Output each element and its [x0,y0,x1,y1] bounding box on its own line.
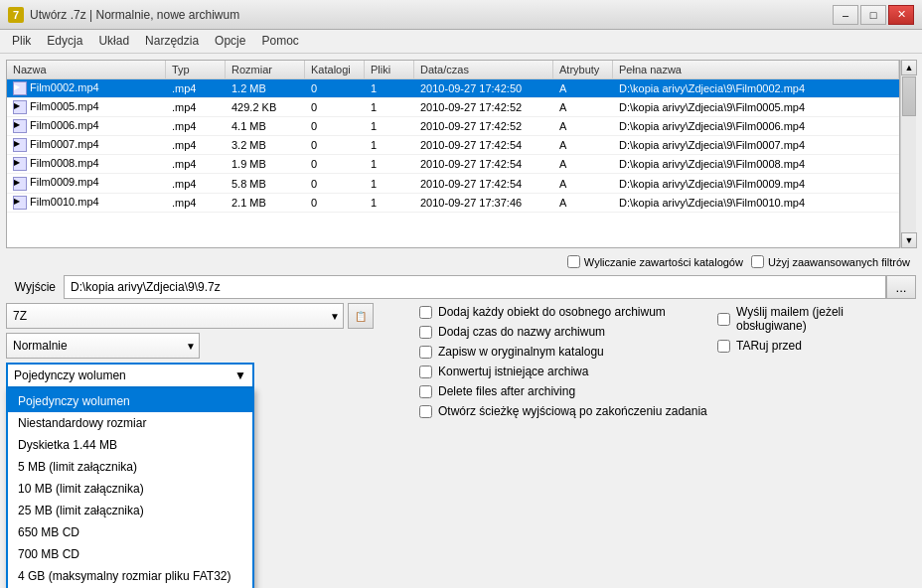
col-atrybuty: Atrybuty [553,61,613,78]
delete-files-label: Delete files after archiving [438,384,575,398]
scroll-track[interactable] [901,75,916,232]
menu-narzedzia[interactable]: Narzędzia [137,32,207,51]
left-panel: 7ZZIPTAR ▼ 📋 NormalnieBez kompresjiUltra… [6,303,374,388]
col-typ: Typ [166,61,226,78]
table-row[interactable]: ▶Film0005.mp4 .mp4 429.2 KB 0 1 2010-09-… [7,98,899,117]
col-nazwa: Nazwa [7,61,166,78]
copy-button[interactable]: 📋 [348,303,374,329]
file-list-wrapper: Nazwa Typ Rozmiar Katalogi Pliki Data/cz… [6,60,916,248]
convert-label: Konwertuj istniejące archiwa [438,365,588,378]
convert-row[interactable]: Konwertuj istniejące archiwa [419,363,709,380]
volume-option[interactable]: Pojedynczy wolumen [8,390,252,412]
menu-bar: Plik Edycja Układ Narzędzia Opcje Pomoc [0,30,922,54]
add-each-label: Dodaj każdy obiekt do osobnego archiwum [438,305,666,319]
advanced-filter-label: Użyj zaawansowanych filtrów [768,256,910,268]
calc-contents-check[interactable]: Wyliczanie zawartości katalogów [567,255,743,268]
advanced-filter-checkbox[interactable] [751,255,764,268]
col-pliki: Pliki [365,61,414,78]
output-path-input[interactable] [64,275,886,299]
send-email-label: Wyślij mailem (jeżeli obsługiwane) [736,305,916,333]
col-data: Data/czas [414,61,553,78]
file-list-header: Nazwa Typ Rozmiar Katalogi Pliki Data/cz… [7,61,899,79]
file-icon: ▶ [13,138,27,152]
file-icon: ▶ [13,81,27,95]
volume-option[interactable]: 10 MB (limit załącznika) [8,478,252,500]
advanced-filter-check[interactable]: Użyj zaawansowanych filtrów [751,255,910,268]
volume-option[interactable]: Niestandardowy rozmiar [8,412,252,434]
minimize-button[interactable]: – [833,5,858,25]
browse-button[interactable]: ... [886,275,916,299]
filter-row: Wyliczanie zawartości katalogów Użyj zaa… [6,252,916,271]
menu-uklad[interactable]: Układ [90,32,137,51]
file-icon: ▶ [13,119,27,133]
file-list-body[interactable]: ▶Film0002.mp4 .mp4 1.2 MB 0 1 2010-09-27… [7,79,899,238]
file-icon: ▶ [13,157,27,171]
level-select[interactable]: NormalnieBez kompresjiUltra [6,333,200,359]
menu-plik[interactable]: Plik [4,32,39,51]
calc-contents-checkbox[interactable] [567,255,580,268]
volume-option[interactable]: 4 GB (maksymalny rozmiar pliku FAT32) [8,565,252,587]
menu-opcje[interactable]: Opcje [207,32,253,51]
scroll-up[interactable]: ▲ [901,60,917,75]
save-original-row[interactable]: Zapisw w oryginalnym katalogu [419,343,709,361]
output-row: Wyjście ... [6,275,916,299]
col-pelna: Pełna nazwa [613,61,899,78]
add-time-row[interactable]: Dodaj czas do nazwy archiwum [419,323,709,341]
scroll-thumb[interactable] [902,76,916,116]
volume-option[interactable]: 5 MB (limit załącznika) [8,456,252,478]
send-email-checkbox[interactable] [717,313,730,326]
table-row[interactable]: ▶Film0007.mp4 .mp4 3.2 MB 0 1 2010-09-27… [7,136,899,155]
send-email-row[interactable]: Wyślij mailem (jeżeli obsługiwane) [717,303,916,335]
file-list-panel: Nazwa Typ Rozmiar Katalogi Pliki Data/cz… [6,60,900,248]
calc-contents-label: Wyliczanie zawartości katalogów [584,256,743,268]
tar-before-checkbox[interactable] [717,340,730,353]
convert-checkbox[interactable] [419,366,432,378]
title-bar: Utwórz .7z | Normalnie, nowe archiwum – … [0,0,922,30]
app-icon [8,7,24,23]
options-row: 7ZZIPTAR ▼ 📋 NormalnieBez kompresjiUltra… [6,303,916,420]
file-icon: ▶ [13,196,27,210]
volume-option[interactable]: 25 MB (limit załącznika) [8,500,252,521]
col-rozmiar: Rozmiar [226,61,305,78]
menu-pomoc[interactable]: Pomoc [253,32,306,51]
scrollbar[interactable]: ▲ ▼ [900,60,916,248]
volume-selected-label: Pojedynczy wolumen [14,368,126,382]
volume-dropdown[interactable]: Pojedynczy wolumenNiestandardowy rozmiar… [6,388,254,588]
right-checks-panel: Dodaj każdy obiekt do osobnego archiwum … [419,303,709,420]
open-path-row[interactable]: Otwórz ścieżkę wyjściową po zakończeniu … [419,402,709,420]
window-title: Utwórz .7z | Normalnie, nowe archiwum [30,8,239,22]
close-button[interactable]: ✕ [888,5,914,25]
save-original-checkbox[interactable] [419,346,432,359]
table-row[interactable]: ▶Film0002.mp4 .mp4 1.2 MB 0 1 2010-09-27… [7,79,899,98]
volume-select-display[interactable]: Pojedynczy wolumen ▼ [6,363,254,388]
volume-option[interactable]: 700 MB CD [8,543,252,565]
table-row[interactable]: ▶Film0006.mp4 .mp4 4.1 MB 0 1 2010-09-27… [7,117,899,136]
scroll-down[interactable]: ▼ [901,232,917,248]
save-original-label: Zapisw w oryginalnym katalogu [438,345,604,359]
center-panel [382,303,411,307]
menu-edycja[interactable]: Edycja [39,32,90,51]
table-row[interactable]: ▶Film0010.mp4 .mp4 2.1 MB 0 1 2010-09-27… [7,194,899,213]
tar-before-row[interactable]: TARuj przed [717,337,916,355]
add-each-row[interactable]: Dodaj każdy obiekt do osobnego archiwum [419,303,709,321]
format-select[interactable]: 7ZZIPTAR [6,303,344,329]
col-katalogi: Katalogi [305,61,365,78]
far-right-checks: Wyślij mailem (jeżeli obsługiwane) TARuj… [717,303,916,355]
file-icon: ▶ [13,177,27,191]
file-icon: ▶ [13,100,27,114]
delete-files-row[interactable]: Delete files after archiving [419,382,709,400]
delete-files-checkbox[interactable] [419,385,432,398]
table-row[interactable]: ▶Film0008.mp4 .mp4 1.9 MB 0 1 2010-09-27… [7,155,899,174]
output-label: Wyjście [6,280,56,294]
tar-before-label: TARuj przed [736,339,802,353]
add-time-checkbox[interactable] [419,326,432,339]
volume-option[interactable]: 650 MB CD [8,521,252,543]
format-row: 7ZZIPTAR ▼ 📋 [6,303,374,329]
table-row[interactable]: ▶Film0009.mp4 .mp4 5.8 MB 0 1 2010-09-27… [7,174,899,193]
add-each-checkbox[interactable] [419,306,432,319]
open-path-checkbox[interactable] [419,405,432,418]
volume-arrow-icon: ▼ [234,368,246,382]
volume-option[interactable]: Dyskietka 1.44 MB [8,434,252,456]
maximize-button[interactable]: □ [860,5,886,25]
main-container: Nazwa Typ Rozmiar Katalogi Pliki Data/cz… [0,54,922,588]
